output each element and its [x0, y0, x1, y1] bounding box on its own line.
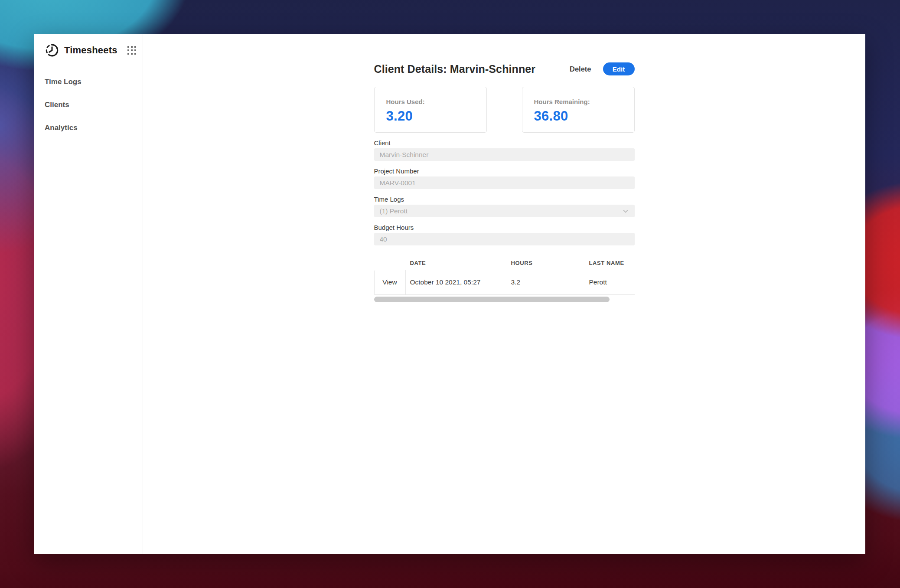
view-button[interactable]: View	[374, 270, 406, 294]
table-row: View October 10 2021, 05:27 3.2 Perott	[374, 270, 635, 295]
project-number-input[interactable]	[374, 176, 635, 189]
header-actions: Delete Edit	[570, 62, 635, 75]
chevron-down-icon	[622, 208, 629, 215]
table-horizontal-scrollbar	[374, 297, 635, 302]
field-label-client: Client	[374, 139, 635, 147]
time-logs-select[interactable]: (1) Perott	[374, 205, 635, 217]
main-area: Client Details: Marvin-Schinner Delete E…	[143, 34, 865, 554]
scrollbar-thumb[interactable]	[374, 297, 610, 302]
stat-label: Hours Remaining:	[534, 98, 634, 105]
table-header-date: DATE	[406, 260, 511, 266]
page-title: Client Details: Marvin-Schinner	[374, 63, 536, 75]
table-header-hours: HOURS	[511, 260, 589, 266]
page-header: Client Details: Marvin-Schinner Delete E…	[374, 62, 635, 75]
field-label-budget-hours: Budget Hours	[374, 224, 635, 231]
field-budget-hours: Budget Hours	[374, 224, 635, 245]
stat-card-hours-remaining: Hours Remaining: 36.80	[522, 87, 635, 133]
field-time-logs: Time Logs (1) Perott	[374, 196, 635, 217]
delete-button[interactable]: Delete	[570, 65, 591, 73]
budget-hours-input[interactable]	[374, 233, 635, 245]
client-input[interactable]	[374, 148, 635, 161]
stat-label: Hours Used:	[386, 98, 486, 105]
cell-last-name: Perott	[589, 270, 635, 294]
time-logs-table: DATE HOURS LAST NAME View October 10 202…	[374, 256, 635, 302]
stat-value: 3.20	[386, 108, 486, 124]
app-window: Timesheets Time Logs Clients Analytics C…	[34, 34, 865, 554]
sidebar-item-clients[interactable]: Clients	[45, 96, 137, 114]
table-header-last-name: LAST NAME	[589, 260, 635, 266]
field-client: Client	[374, 139, 635, 161]
sidebar-header: Timesheets	[45, 43, 137, 58]
clock-logo-icon	[45, 43, 59, 58]
app-title: Timesheets	[64, 45, 117, 56]
sidebar-item-time-logs[interactable]: Time Logs	[45, 73, 137, 91]
sidebar-item-analytics[interactable]: Analytics	[45, 119, 137, 137]
stat-value: 36.80	[534, 108, 634, 124]
edit-button[interactable]: Edit	[603, 62, 635, 75]
sidebar: Timesheets Time Logs Clients Analytics	[34, 34, 143, 554]
field-project-number: Project Number	[374, 167, 635, 189]
cell-date: October 10 2021, 05:27	[406, 270, 511, 294]
field-label-time-logs: Time Logs	[374, 196, 635, 203]
sidebar-nav: Time Logs Clients Analytics	[45, 73, 137, 137]
table-header-row: DATE HOURS LAST NAME	[374, 256, 635, 270]
cell-hours: 3.2	[511, 270, 589, 294]
client-details-panel: Client Details: Marvin-Schinner Delete E…	[374, 34, 635, 554]
stats-row: Hours Used: 3.20 Hours Remaining: 36.80	[374, 87, 635, 133]
app-launcher-grid-icon[interactable]	[127, 46, 137, 55]
time-logs-selected-value: (1) Perott	[380, 207, 408, 215]
field-label-project-number: Project Number	[374, 167, 635, 175]
stat-card-hours-used: Hours Used: 3.20	[374, 87, 487, 133]
